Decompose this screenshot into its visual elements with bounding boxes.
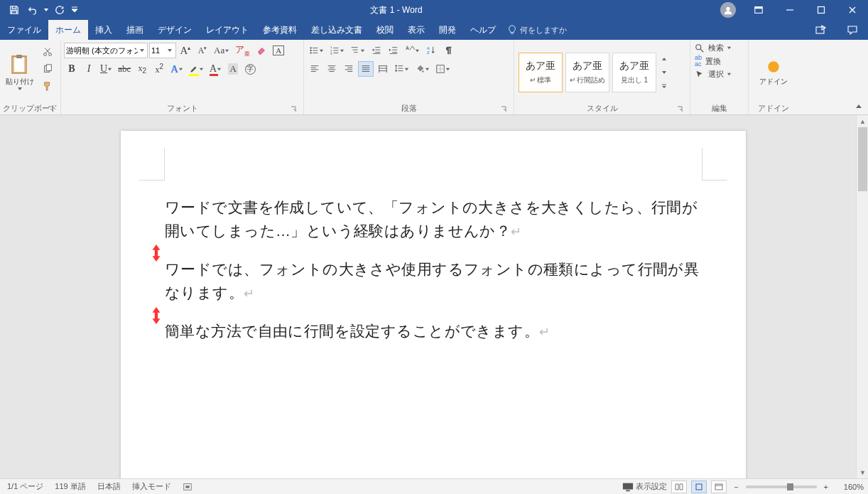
numbering-button[interactable]: 123 — [327, 43, 347, 58]
align-justify-button[interactable] — [358, 61, 374, 77]
asian-layout-button[interactable] — [403, 43, 422, 58]
style-normal[interactable]: あア亜↵ 標準 — [519, 53, 563, 92]
align-center-button[interactable] — [324, 61, 340, 77]
redo-button[interactable] — [51, 1, 68, 18]
ribbon-collapse[interactable] — [852, 100, 865, 113]
tab-home[interactable]: ホーム — [48, 20, 88, 40]
zoom-slider[interactable] — [746, 485, 817, 488]
zoom-in-button[interactable]: + — [821, 483, 831, 491]
paragraph-1[interactable]: ワードで文書を作成していて、「フォントの大きさを大きくしたら、行間が開いてしまっ… — [165, 196, 702, 242]
undo-dropdown[interactable] — [43, 7, 50, 13]
page[interactable]: ワードで文書を作成していて、「フォントの大きさを大きくしたら、行間が開いてしまっ… — [121, 131, 746, 478]
clipboard-launcher[interactable] — [46, 104, 56, 114]
decrease-indent-button[interactable] — [369, 43, 384, 58]
superscript-button[interactable]: x2 — [151, 61, 167, 77]
replace-button[interactable]: abac 置換 — [695, 55, 744, 68]
status-language[interactable]: 日本語 — [97, 481, 121, 492]
read-mode-button[interactable] — [671, 480, 687, 493]
underline-button[interactable]: U — [98, 61, 114, 77]
styles-launcher[interactable] — [676, 104, 685, 114]
clear-formatting-button[interactable] — [254, 43, 269, 58]
tab-developer[interactable]: 開発 — [432, 20, 463, 40]
tell-me[interactable]: 何をしますか — [507, 20, 567, 40]
font-size-combo[interactable] — [149, 43, 176, 58]
tab-draw[interactable]: 描画 — [119, 20, 151, 40]
style-heading1[interactable]: あア亜見出し 1 — [612, 53, 656, 92]
tab-help[interactable]: ヘルプ — [463, 20, 503, 40]
comments-button[interactable] — [837, 20, 868, 40]
shrink-font-button[interactable]: A▾ — [195, 43, 210, 58]
tab-file[interactable]: ファイル — [0, 20, 48, 40]
font-name-input[interactable] — [66, 46, 138, 55]
tab-insert[interactable]: 挿入 — [88, 20, 119, 40]
tab-review[interactable]: 校閲 — [369, 20, 401, 40]
status-insert-mode[interactable]: 挿入モード — [132, 481, 171, 492]
status-page[interactable]: 1/1 ページ — [7, 481, 43, 492]
status-words[interactable]: 119 単語 — [55, 481, 85, 492]
ribbon-display-options[interactable] — [743, 0, 774, 20]
undo-button[interactable] — [24, 1, 41, 18]
font-size-dropdown[interactable] — [166, 48, 174, 53]
tab-design[interactable]: デザイン — [151, 20, 199, 40]
font-name-combo[interactable] — [64, 43, 148, 58]
zoom-out-button[interactable]: − — [731, 483, 741, 491]
enclose-characters-button[interactable]: 字 — [242, 61, 258, 77]
font-size-input[interactable] — [151, 46, 166, 55]
qat-customize[interactable] — [70, 1, 80, 18]
scroll-down-button[interactable]: ▼ — [857, 466, 868, 478]
style-no-spacing[interactable]: あア亜↵ 行間詰め — [565, 53, 609, 92]
minimize-button[interactable] — [774, 0, 805, 20]
distributed-button[interactable] — [375, 61, 391, 77]
strikethrough-button[interactable]: abc — [116, 61, 133, 77]
line-spacing-button[interactable] — [392, 61, 411, 77]
multilevel-list-button[interactable] — [348, 43, 367, 58]
character-shading-button[interactable]: A — [225, 61, 241, 77]
scroll-thumb[interactable] — [858, 127, 867, 191]
paste-button[interactable]: 貼り付け — [3, 43, 37, 102]
show-marks-button[interactable] — [440, 43, 456, 58]
format-painter-button[interactable] — [40, 78, 55, 94]
font-launcher[interactable] — [289, 104, 299, 114]
tab-layout[interactable]: レイアウト — [199, 20, 256, 40]
select-button[interactable]: 選択 — [695, 69, 744, 80]
tab-mailings[interactable]: 差し込み文書 — [304, 20, 369, 40]
maximize-button[interactable] — [805, 0, 837, 20]
align-left-button[interactable] — [307, 61, 322, 77]
highlight-button[interactable] — [187, 61, 206, 77]
shading-button[interactable] — [413, 61, 432, 77]
italic-button[interactable]: I — [81, 61, 97, 77]
styles-scroll-down[interactable] — [659, 66, 669, 79]
vertical-scrollbar[interactable]: ▲ ▼ — [856, 115, 868, 478]
cut-button[interactable] — [40, 44, 55, 60]
share-button[interactable] — [805, 20, 837, 40]
sort-button[interactable]: AZ — [423, 43, 439, 58]
status-macro[interactable] — [183, 482, 192, 492]
phonetic-guide-button[interactable]: ア亜 — [233, 43, 252, 58]
save-button[interactable] — [6, 1, 23, 18]
bold-button[interactable]: B — [64, 61, 80, 77]
zoom-thumb[interactable] — [787, 483, 793, 490]
display-settings-button[interactable]: 表示設定 — [622, 481, 667, 492]
document-body[interactable]: ワードで文書を作成していて、「フォントの大きさを大きくしたら、行間が開いてしまっ… — [165, 196, 702, 359]
change-case-button[interactable]: Aa — [212, 43, 232, 58]
scroll-up-button[interactable]: ▲ — [857, 115, 868, 127]
character-border-button[interactable]: A — [271, 43, 286, 58]
account-avatar[interactable] — [720, 2, 736, 18]
bullets-button[interactable] — [307, 43, 326, 58]
styles-more[interactable] — [659, 80, 669, 92]
font-name-dropdown[interactable] — [138, 48, 146, 53]
styles-scroll-up[interactable] — [659, 53, 669, 65]
paragraph-2[interactable]: ワードでは、フォントの大きさや使用するフォントの種類によって行間が異なります。↵ — [165, 258, 702, 304]
increase-indent-button[interactable] — [386, 43, 401, 58]
align-right-button[interactable] — [341, 61, 357, 77]
text-effects-button[interactable]: A — [168, 61, 185, 77]
paragraph-3[interactable]: 簡単な方法で自由に行間を設定することができます。↵ — [165, 320, 702, 343]
tab-view[interactable]: 表示 — [401, 20, 432, 40]
addins-button[interactable]: アドイン — [755, 43, 792, 103]
paragraph-launcher[interactable] — [499, 104, 509, 114]
print-layout-button[interactable] — [691, 480, 707, 493]
subscript-button[interactable]: x2 — [134, 61, 150, 77]
grow-font-button[interactable]: A▴ — [178, 43, 193, 58]
font-color-button[interactable]: A — [207, 61, 224, 77]
web-layout-button[interactable] — [711, 480, 727, 493]
